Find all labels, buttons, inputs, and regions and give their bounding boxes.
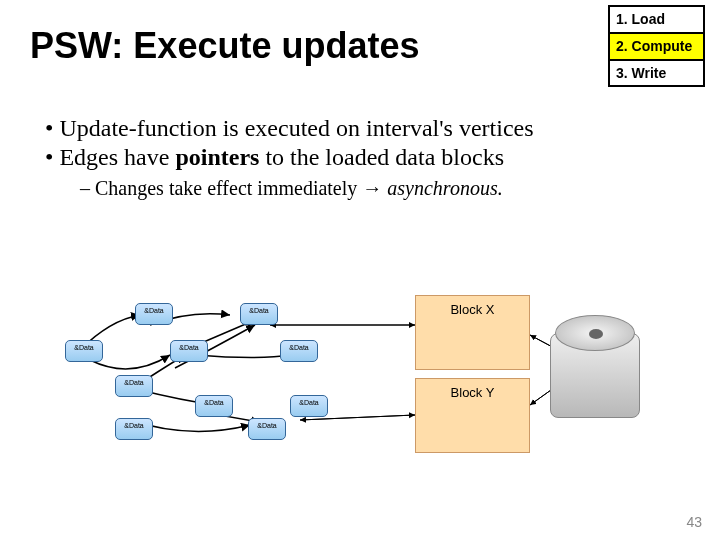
block-y: Block Y [415, 378, 530, 453]
step-compute: 2. Compute [610, 34, 703, 61]
data-node: &Data [135, 303, 173, 325]
bullet-3-arrow: → [362, 177, 382, 199]
disk-icon [550, 315, 640, 435]
data-node: &Data [290, 395, 328, 417]
data-node: &Data [170, 340, 208, 362]
bullet-2-pre: Edges have [59, 144, 175, 170]
bullet-list: • Update-function is executed on interva… [45, 115, 690, 200]
diagram: &Data &Data &Data &Data &Data &Data &Dat… [30, 290, 710, 490]
data-node: &Data [65, 340, 103, 362]
bullet-3-italic: asynchronous. [382, 177, 502, 199]
step-load: 1. Load [610, 7, 703, 34]
step-write: 3. Write [610, 61, 703, 86]
bullet-2: • Edges have pointers to the loaded data… [45, 144, 690, 171]
page-number: 43 [686, 514, 702, 530]
slide-title: PSW: Execute updates [30, 25, 419, 67]
bullet-3-pre: Changes take effect immediately [95, 177, 362, 199]
data-node: &Data [115, 418, 153, 440]
disk-spindle [589, 329, 603, 339]
data-node: &Data [248, 418, 286, 440]
bullet-2-post: to the loaded data blocks [259, 144, 504, 170]
disk-platter [555, 315, 635, 351]
bullet-2-bold: pointers [175, 144, 259, 170]
bullet-3: – Changes take effect immediately → asyn… [80, 177, 690, 200]
data-node: &Data [240, 303, 278, 325]
data-node: &Data [115, 375, 153, 397]
data-node: &Data [195, 395, 233, 417]
block-x: Block X [415, 295, 530, 370]
steps-panel: 1. Load 2. Compute 3. Write [608, 5, 705, 87]
bullet-1: • Update-function is executed on interva… [45, 115, 690, 142]
data-node: &Data [280, 340, 318, 362]
bullet-1-text: Update-function is executed on interval'… [59, 115, 533, 141]
